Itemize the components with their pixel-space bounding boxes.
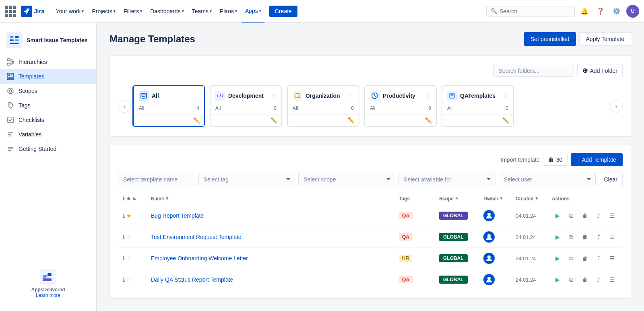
template-name-1[interactable]: Test Environment Request Template xyxy=(151,234,242,240)
menu-button-0[interactable]: ☰ xyxy=(607,210,618,221)
nav-filters[interactable]: Filters▾ xyxy=(120,0,145,23)
play-button-2[interactable]: ▶ xyxy=(552,253,563,264)
filter-available-select[interactable]: Select available for xyxy=(398,173,495,186)
menu-button-3[interactable]: ☰ xyxy=(607,274,618,285)
delete-button[interactable]: 🗑 30 xyxy=(543,154,568,166)
filter-scope-select[interactable]: Select scope xyxy=(298,173,395,186)
share-button-1[interactable]: ⤴ xyxy=(593,231,604,243)
filter-user-select[interactable]: Select user xyxy=(499,173,596,186)
create-button[interactable]: Create xyxy=(269,6,297,17)
row-tags-cell: QA xyxy=(394,227,434,248)
user-avatar[interactable]: U xyxy=(626,5,639,18)
search-box: 🔍 xyxy=(486,6,575,16)
star-icon-2[interactable]: ☆ xyxy=(126,255,132,262)
delete-row-button-1[interactable]: 🗑 xyxy=(579,231,590,243)
apply-template-button[interactable]: Apply Template xyxy=(579,32,631,46)
help-button[interactable]: ❓ xyxy=(594,5,607,18)
app-name: Smart Issue Templates xyxy=(27,37,87,43)
sidebar-item-getting-started[interactable]: Getting Started xyxy=(0,142,96,156)
folder-card-development[interactable]: Development ☆ All 0 ✏️ xyxy=(210,85,282,127)
folders-next-arrow[interactable]: › xyxy=(610,100,623,113)
scope-badge-2: GLOBAL xyxy=(439,254,468,262)
th-scope[interactable]: Scope ⇅ xyxy=(434,193,479,205)
nav-your-work[interactable]: Your work▾ xyxy=(53,0,87,23)
share-button-0[interactable]: ⤴ xyxy=(593,210,604,221)
sidebar-item-hierarchies[interactable]: Hierarchies xyxy=(0,55,96,69)
settings-button[interactable]: ⚙️ xyxy=(610,5,623,18)
set-preinstalled-button[interactable]: Set preinstalled xyxy=(524,32,576,46)
owner-avatar-3 xyxy=(483,274,495,285)
star-icon-1[interactable]: ☆ xyxy=(126,234,132,240)
folder-edit-icon-all[interactable]: ✏️ xyxy=(193,117,200,124)
row-info-icon-3[interactable]: ℹ xyxy=(123,276,125,283)
nav-apps[interactable]: Apps▾ xyxy=(242,0,264,23)
folder-card-organization[interactable]: Organization ☆ All 0 ✏️ xyxy=(287,85,359,127)
learn-more-link[interactable]: Learn more xyxy=(6,292,90,298)
nav-plans[interactable]: Plans▾ xyxy=(217,0,240,23)
delete-row-button-3[interactable]: 🗑 xyxy=(579,274,590,285)
star-icon-0[interactable]: ★ xyxy=(126,212,132,219)
row-info-icon-2[interactable]: ℹ xyxy=(123,255,125,262)
copy-button-2[interactable]: ⧉ xyxy=(566,253,577,264)
sidebar-item-variables[interactable]: Variables xyxy=(0,127,96,142)
share-button-3[interactable]: ⤴ xyxy=(593,274,604,285)
notifications-button[interactable]: 🔔 xyxy=(578,5,591,18)
filter-tag-select[interactable]: Select tag xyxy=(198,173,295,186)
import-template-link[interactable]: Import template xyxy=(501,157,540,163)
th-name[interactable]: Name ⇅ xyxy=(146,193,394,205)
row-info-icon-0[interactable]: ℹ xyxy=(123,212,125,219)
share-button-2[interactable]: ⤴ xyxy=(593,253,604,264)
date-text-0: 04.01.24 xyxy=(516,213,536,219)
row-info-icon-1[interactable]: ℹ xyxy=(123,234,125,240)
th-owner[interactable]: Owner ⇅ xyxy=(479,193,511,205)
play-button-3[interactable]: ▶ xyxy=(552,274,563,285)
sidebar-item-checklists[interactable]: Checklists xyxy=(0,113,96,127)
svg-rect-8 xyxy=(7,63,10,65)
search-folders-input[interactable] xyxy=(493,65,574,77)
clear-filters-button[interactable]: Clear xyxy=(599,173,623,186)
folder-card-qa[interactable]: QATemplates ☆ All 0 ✏️ xyxy=(442,85,514,127)
folder-star-productivity[interactable]: ☆ xyxy=(426,93,431,99)
sidebar-item-templates[interactable]: Templates xyxy=(0,69,96,84)
folder-card-productivity[interactable]: Productivity ☆ All 0 ✏️ xyxy=(364,85,437,127)
folder-card-all[interactable]: All All 4 ✏️ xyxy=(132,85,205,127)
template-name-0[interactable]: Bug Report Template xyxy=(151,212,204,219)
delete-row-button-2[interactable]: 🗑 xyxy=(579,253,590,264)
folder-star-qa[interactable]: ☆ xyxy=(503,93,508,99)
nav-dashboards[interactable]: Dashboards▾ xyxy=(147,0,187,23)
search-input[interactable] xyxy=(500,8,570,14)
play-button-0[interactable]: ▶ xyxy=(552,210,563,221)
jira-logo[interactable]: Jira xyxy=(21,6,45,17)
folder-name-organization: Organization xyxy=(305,93,345,99)
nav-teams[interactable]: Teams▾ xyxy=(189,0,215,23)
add-template-button[interactable]: + Add Template xyxy=(571,153,623,166)
folder-edit-icon-productivity[interactable]: ✏️ xyxy=(425,117,432,124)
row-scope-cell: GLOBAL xyxy=(434,205,479,227)
sidebar-item-tags[interactable]: Tags xyxy=(0,98,96,113)
star-icon-3[interactable]: ☆ xyxy=(126,276,132,283)
sidebar-item-label-checklists: Checklists xyxy=(19,117,44,123)
folder-star-development[interactable]: ☆ xyxy=(271,93,277,99)
play-button-1[interactable]: ▶ xyxy=(552,231,563,243)
app-grid-icon[interactable] xyxy=(5,6,16,17)
folder-star-organization[interactable]: ☆ xyxy=(349,93,354,99)
folders-prev-arrow[interactable]: ‹ xyxy=(118,100,131,113)
copy-button-0[interactable]: ⧉ xyxy=(566,210,577,221)
th-created[interactable]: Created ⇅ xyxy=(511,193,547,205)
delete-row-button-0[interactable]: 🗑 xyxy=(579,210,590,221)
copy-button-1[interactable]: ⧉ xyxy=(566,231,577,243)
nav-projects[interactable]: Projects▾ xyxy=(89,0,119,23)
sidebar-item-scopes[interactable]: Scopes xyxy=(0,84,96,98)
copy-button-3[interactable]: ⧉ xyxy=(566,274,577,285)
add-folder-button[interactable]: ⊕ Add Folder xyxy=(577,64,623,77)
folder-edit-icon-development[interactable]: ✏️ xyxy=(270,117,277,124)
checklists-icon xyxy=(6,116,14,124)
folder-edit-icon-organization[interactable]: ✏️ xyxy=(348,117,355,124)
menu-button-1[interactable]: ☰ xyxy=(607,231,618,243)
menu-button-2[interactable]: ☰ xyxy=(607,253,618,264)
folder-edit-icon-qa[interactable]: ✏️ xyxy=(502,117,509,124)
filter-name-input[interactable] xyxy=(118,173,195,186)
folder-section: ⊕ Add Folder ‹ All xyxy=(109,56,631,137)
template-name-2[interactable]: Employee Onboarding Welcome Letter xyxy=(151,255,248,262)
template-name-3[interactable]: Daily QA Status Report Template xyxy=(151,276,233,283)
